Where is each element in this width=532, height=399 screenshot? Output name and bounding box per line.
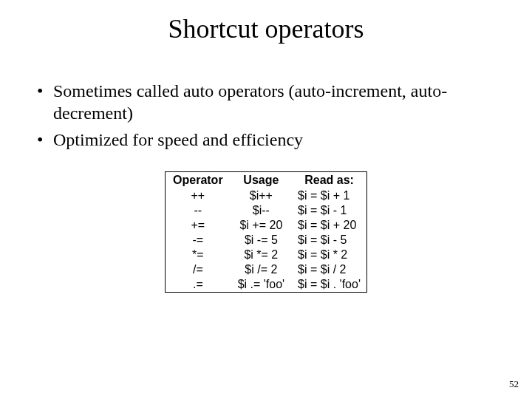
cell-operator: -- [166,203,231,218]
col-header-usage: Usage [231,172,292,189]
cell-readas: $i = $i + 1 [292,188,366,203]
table-header-row: Operator Usage Read as: [166,172,367,189]
cell-operator: -= [166,233,231,248]
bullet-list: Sometimes called auto operators (auto-in… [37,80,495,151]
cell-readas: $i = $i - 1 [292,203,366,218]
page-number: 52 [509,378,519,390]
table-row: *= $i *= 2 $i = $i * 2 [166,248,367,262]
cell-usage: $i *= 2 [231,248,292,262]
cell-operator: .= [166,277,231,293]
page-title: Shortcut operators [0,0,532,44]
cell-usage: $i-- [231,203,292,218]
bullet-item: Sometimes called auto operators (auto-in… [37,80,495,124]
cell-operator: ++ [166,188,231,203]
cell-usage: $i .= 'foo' [231,277,292,293]
cell-operator: /= [166,262,231,277]
cell-readas: $i = $i * 2 [292,248,366,262]
cell-usage: $i += 20 [231,218,292,233]
cell-usage: $i /= 2 [231,262,292,277]
cell-operator: += [166,218,231,233]
col-header-operator: Operator [166,172,231,189]
cell-readas: $i = $i . 'foo' [292,277,366,293]
table-row: -= $i -= 5 $i = $i - 5 [166,233,367,248]
operator-table: Operator Usage Read as: ++ $i++ $i = $i … [165,171,367,293]
cell-readas: $i = $i - 5 [292,233,366,248]
cell-readas: $i = $i / 2 [292,262,366,277]
table-row: += $i += 20 $i = $i + 20 [166,218,367,233]
operator-table-wrap: Operator Usage Read as: ++ $i++ $i = $i … [0,171,532,293]
cell-operator: *= [166,248,231,262]
table-row: ++ $i++ $i = $i + 1 [166,188,367,203]
cell-readas: $i = $i + 20 [292,218,366,233]
table-row: .= $i .= 'foo' $i = $i . 'foo' [166,277,367,293]
col-header-readas: Read as: [292,172,366,189]
cell-usage: $i++ [231,188,292,203]
table-row: /= $i /= 2 $i = $i / 2 [166,262,367,277]
bullet-item: Optimized for speed and efficiency [37,129,495,151]
table-row: -- $i-- $i = $i - 1 [166,203,367,218]
slide: Shortcut operators Sometimes called auto… [0,0,532,399]
cell-usage: $i -= 5 [231,233,292,248]
